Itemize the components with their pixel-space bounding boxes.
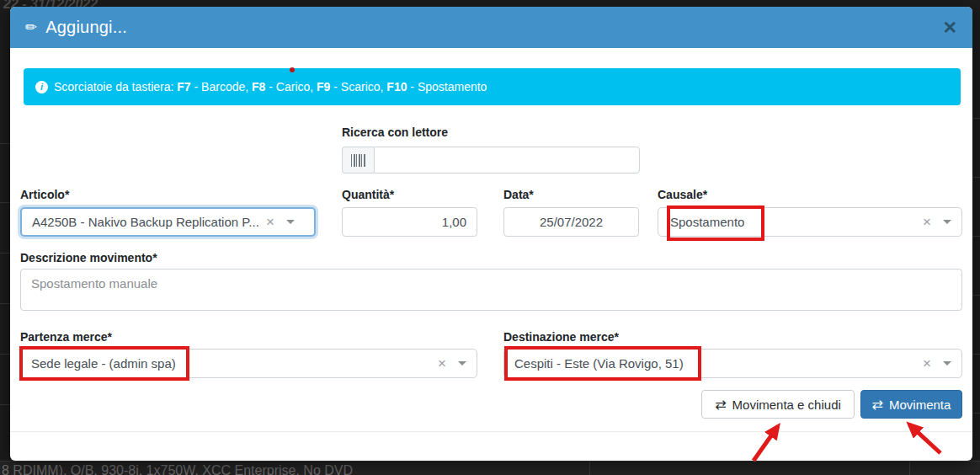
- background-row-text: 8 RDIMM), O/B, 930-8i, 1x750W, XCC Enter…: [2, 463, 353, 475]
- add-movement-modal: ✏ Aggiungi... ✕ i Scorciatoie da tastier…: [10, 7, 972, 461]
- barcode-search-input[interactable]: [374, 147, 640, 173]
- articolo-value: A4250B - Nakivo Backup Replication P...: [32, 215, 259, 229]
- chevron-down-icon: [943, 361, 951, 366]
- footer-divider: [10, 431, 972, 432]
- red-dot-artifact: [290, 67, 295, 72]
- descrizione-label: Descrizione movimento*: [20, 251, 157, 264]
- background-table-row: 8 RDIMM), O/B, 930-8i, 1x750W, XCC Enter…: [0, 461, 980, 475]
- info-icon: i: [35, 81, 48, 93]
- clear-icon[interactable]: ×: [438, 356, 446, 371]
- swap-arrows-icon: ⇄: [872, 397, 883, 413]
- causale-label: Causale*: [658, 188, 707, 201]
- banner-prefix: Scorciatoie da tastiera:: [54, 80, 177, 93]
- causale-value: Spostamento: [670, 215, 744, 229]
- shortcut-label: Barcode,: [201, 80, 252, 93]
- articolo-label: Articolo*: [20, 188, 69, 201]
- modal-title: Aggiungi...: [45, 18, 127, 37]
- quantita-label: Quantità*: [342, 188, 394, 201]
- shortcut-label: Scarico,: [341, 80, 386, 93]
- articolo-select[interactable]: A4250B - Nakivo Backup Replication P... …: [20, 207, 316, 237]
- pencil-icon: ✏: [25, 19, 37, 36]
- shortcut-key: F9: [317, 80, 330, 93]
- shortcut-label: Spostamento: [418, 80, 487, 93]
- barcode-search-group: [342, 147, 640, 173]
- causale-select[interactable]: Spostamento ×: [658, 207, 962, 237]
- swap-arrows-icon: ⇄: [715, 397, 726, 413]
- keyboard-shortcuts-banner: i Scorciatoie da tastiera: F7 - Barcode,…: [24, 68, 961, 105]
- partenza-select[interactable]: Sede legale - (admin spa) ×: [20, 349, 477, 378]
- partenza-value: Sede legale - (admin spa): [31, 356, 176, 371]
- chevron-down-icon: [943, 220, 951, 224]
- barcode-icon: [351, 154, 366, 167]
- destinazione-select[interactable]: Cespiti - Este (Via Rovigo, 51) ×: [503, 349, 962, 378]
- clear-icon[interactable]: ×: [266, 215, 274, 229]
- movimenta-e-chiudi-button[interactable]: ⇄ Movimenta e chiudi: [701, 390, 855, 419]
- clear-icon[interactable]: ×: [923, 215, 931, 229]
- partenza-label: Partenza merce*: [20, 330, 112, 344]
- clear-icon[interactable]: ×: [923, 356, 931, 371]
- close-icon[interactable]: ✕: [942, 19, 957, 36]
- descrizione-textarea[interactable]: Spostamento manuale: [20, 269, 962, 311]
- shortcut-key: F10: [386, 80, 407, 93]
- shortcut-label: Carico,: [276, 80, 317, 93]
- chevron-down-icon: [286, 220, 295, 224]
- barcode-addon: [342, 147, 374, 173]
- data-input[interactable]: [503, 207, 639, 237]
- modal-header: ✏ Aggiungi... ✕: [10, 7, 972, 48]
- shortcut-key: F7: [177, 80, 190, 93]
- quantita-input[interactable]: [342, 207, 477, 237]
- barcode-search-label: Ricerca con lettore: [342, 125, 448, 139]
- data-label: Data*: [503, 188, 534, 201]
- destinazione-value: Cespiti - Este (Via Rovigo, 51): [514, 356, 684, 371]
- shortcut-key: F8: [252, 80, 265, 93]
- chevron-down-icon: [458, 361, 466, 366]
- movimenta-button[interactable]: ⇄ Movimenta: [860, 390, 962, 419]
- destinazione-label: Destinazione merce*: [503, 330, 619, 344]
